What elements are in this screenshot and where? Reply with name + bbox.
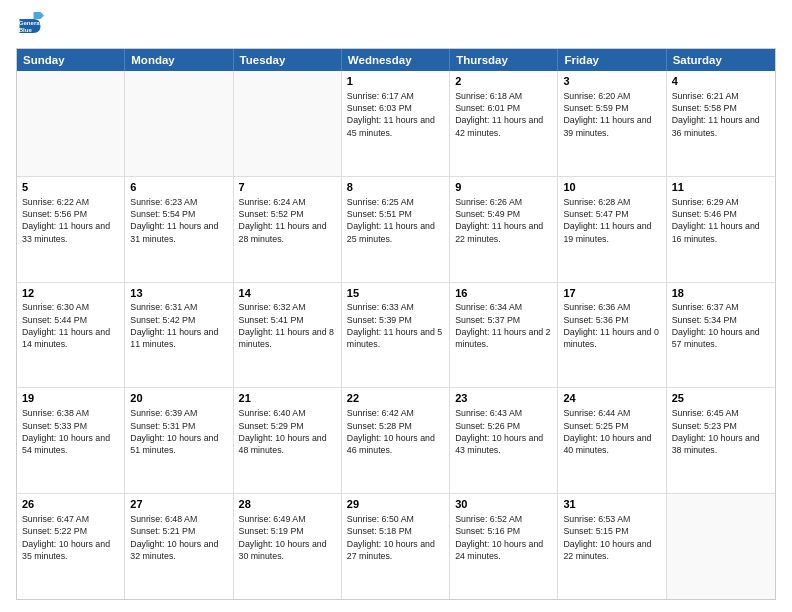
day-number-6: 6	[130, 180, 227, 195]
calendar-body: 1Sunrise: 6:17 AM Sunset: 6:03 PM Daylig…	[17, 71, 775, 599]
cell-text-9: Sunrise: 6:26 AM Sunset: 5:49 PM Dayligh…	[455, 196, 552, 245]
cell-text-2: Sunrise: 6:18 AM Sunset: 6:01 PM Dayligh…	[455, 90, 552, 139]
calendar-row-4: 26Sunrise: 6:47 AM Sunset: 5:22 PM Dayli…	[17, 494, 775, 599]
calendar-cell-7: 7Sunrise: 6:24 AM Sunset: 5:52 PM Daylig…	[234, 177, 342, 282]
day-number-30: 30	[455, 497, 552, 512]
calendar-cell-30: 30Sunrise: 6:52 AM Sunset: 5:16 PM Dayli…	[450, 494, 558, 599]
day-number-3: 3	[563, 74, 660, 89]
cell-text-25: Sunrise: 6:45 AM Sunset: 5:23 PM Dayligh…	[672, 407, 770, 456]
calendar-cell-9: 9Sunrise: 6:26 AM Sunset: 5:49 PM Daylig…	[450, 177, 558, 282]
cell-text-27: Sunrise: 6:48 AM Sunset: 5:21 PM Dayligh…	[130, 513, 227, 562]
calendar-cell-10: 10Sunrise: 6:28 AM Sunset: 5:47 PM Dayli…	[558, 177, 666, 282]
day-number-26: 26	[22, 497, 119, 512]
calendar-cell-23: 23Sunrise: 6:43 AM Sunset: 5:26 PM Dayli…	[450, 388, 558, 493]
calendar-cell-22: 22Sunrise: 6:42 AM Sunset: 5:28 PM Dayli…	[342, 388, 450, 493]
day-number-1: 1	[347, 74, 444, 89]
header-sunday: Sunday	[17, 49, 125, 71]
day-number-27: 27	[130, 497, 227, 512]
empty-cell-4-6	[667, 494, 775, 599]
calendar-cell-1: 1Sunrise: 6:17 AM Sunset: 6:03 PM Daylig…	[342, 71, 450, 176]
calendar-cell-27: 27Sunrise: 6:48 AM Sunset: 5:21 PM Dayli…	[125, 494, 233, 599]
cell-text-13: Sunrise: 6:31 AM Sunset: 5:42 PM Dayligh…	[130, 301, 227, 350]
day-number-21: 21	[239, 391, 336, 406]
calendar-cell-16: 16Sunrise: 6:34 AM Sunset: 5:37 PM Dayli…	[450, 283, 558, 388]
day-number-12: 12	[22, 286, 119, 301]
cell-text-5: Sunrise: 6:22 AM Sunset: 5:56 PM Dayligh…	[22, 196, 119, 245]
day-number-24: 24	[563, 391, 660, 406]
cell-text-7: Sunrise: 6:24 AM Sunset: 5:52 PM Dayligh…	[239, 196, 336, 245]
calendar-cell-12: 12Sunrise: 6:30 AM Sunset: 5:44 PM Dayli…	[17, 283, 125, 388]
svg-text:General: General	[19, 19, 42, 26]
day-number-15: 15	[347, 286, 444, 301]
calendar-row-2: 12Sunrise: 6:30 AM Sunset: 5:44 PM Dayli…	[17, 283, 775, 389]
cell-text-21: Sunrise: 6:40 AM Sunset: 5:29 PM Dayligh…	[239, 407, 336, 456]
day-number-18: 18	[672, 286, 770, 301]
cell-text-26: Sunrise: 6:47 AM Sunset: 5:22 PM Dayligh…	[22, 513, 119, 562]
calendar-cell-25: 25Sunrise: 6:45 AM Sunset: 5:23 PM Dayli…	[667, 388, 775, 493]
calendar-cell-6: 6Sunrise: 6:23 AM Sunset: 5:54 PM Daylig…	[125, 177, 233, 282]
header-tuesday: Tuesday	[234, 49, 342, 71]
header-thursday: Thursday	[450, 49, 558, 71]
calendar-cell-26: 26Sunrise: 6:47 AM Sunset: 5:22 PM Dayli…	[17, 494, 125, 599]
calendar-cell-31: 31Sunrise: 6:53 AM Sunset: 5:15 PM Dayli…	[558, 494, 666, 599]
cell-text-23: Sunrise: 6:43 AM Sunset: 5:26 PM Dayligh…	[455, 407, 552, 456]
day-number-22: 22	[347, 391, 444, 406]
cell-text-29: Sunrise: 6:50 AM Sunset: 5:18 PM Dayligh…	[347, 513, 444, 562]
calendar-cell-19: 19Sunrise: 6:38 AM Sunset: 5:33 PM Dayli…	[17, 388, 125, 493]
calendar-cell-21: 21Sunrise: 6:40 AM Sunset: 5:29 PM Dayli…	[234, 388, 342, 493]
day-number-9: 9	[455, 180, 552, 195]
calendar-row-1: 5Sunrise: 6:22 AM Sunset: 5:56 PM Daylig…	[17, 177, 775, 283]
day-number-16: 16	[455, 286, 552, 301]
calendar-cell-3: 3Sunrise: 6:20 AM Sunset: 5:59 PM Daylig…	[558, 71, 666, 176]
calendar-cell-2: 2Sunrise: 6:18 AM Sunset: 6:01 PM Daylig…	[450, 71, 558, 176]
calendar-cell-24: 24Sunrise: 6:44 AM Sunset: 5:25 PM Dayli…	[558, 388, 666, 493]
cell-text-18: Sunrise: 6:37 AM Sunset: 5:34 PM Dayligh…	[672, 301, 770, 350]
day-number-20: 20	[130, 391, 227, 406]
day-number-10: 10	[563, 180, 660, 195]
cell-text-28: Sunrise: 6:49 AM Sunset: 5:19 PM Dayligh…	[239, 513, 336, 562]
cell-text-4: Sunrise: 6:21 AM Sunset: 5:58 PM Dayligh…	[672, 90, 770, 139]
cell-text-22: Sunrise: 6:42 AM Sunset: 5:28 PM Dayligh…	[347, 407, 444, 456]
cell-text-12: Sunrise: 6:30 AM Sunset: 5:44 PM Dayligh…	[22, 301, 119, 350]
day-number-5: 5	[22, 180, 119, 195]
empty-cell-0-0	[17, 71, 125, 176]
cell-text-8: Sunrise: 6:25 AM Sunset: 5:51 PM Dayligh…	[347, 196, 444, 245]
day-number-28: 28	[239, 497, 336, 512]
cell-text-31: Sunrise: 6:53 AM Sunset: 5:15 PM Dayligh…	[563, 513, 660, 562]
cell-text-3: Sunrise: 6:20 AM Sunset: 5:59 PM Dayligh…	[563, 90, 660, 139]
cell-text-15: Sunrise: 6:33 AM Sunset: 5:39 PM Dayligh…	[347, 301, 444, 350]
cell-text-11: Sunrise: 6:29 AM Sunset: 5:46 PM Dayligh…	[672, 196, 770, 245]
day-number-17: 17	[563, 286, 660, 301]
cell-text-20: Sunrise: 6:39 AM Sunset: 5:31 PM Dayligh…	[130, 407, 227, 456]
day-number-11: 11	[672, 180, 770, 195]
calendar-header: Sunday Monday Tuesday Wednesday Thursday…	[17, 49, 775, 71]
day-number-13: 13	[130, 286, 227, 301]
cell-text-19: Sunrise: 6:38 AM Sunset: 5:33 PM Dayligh…	[22, 407, 119, 456]
empty-cell-0-2	[234, 71, 342, 176]
calendar: Sunday Monday Tuesday Wednesday Thursday…	[16, 48, 776, 600]
calendar-row-3: 19Sunrise: 6:38 AM Sunset: 5:33 PM Dayli…	[17, 388, 775, 494]
day-number-25: 25	[672, 391, 770, 406]
cell-text-6: Sunrise: 6:23 AM Sunset: 5:54 PM Dayligh…	[130, 196, 227, 245]
day-number-23: 23	[455, 391, 552, 406]
calendar-row-0: 1Sunrise: 6:17 AM Sunset: 6:03 PM Daylig…	[17, 71, 775, 177]
header-friday: Friday	[558, 49, 666, 71]
calendar-cell-17: 17Sunrise: 6:36 AM Sunset: 5:36 PM Dayli…	[558, 283, 666, 388]
svg-text:Blue: Blue	[19, 26, 33, 33]
cell-text-24: Sunrise: 6:44 AM Sunset: 5:25 PM Dayligh…	[563, 407, 660, 456]
day-number-8: 8	[347, 180, 444, 195]
calendar-cell-18: 18Sunrise: 6:37 AM Sunset: 5:34 PM Dayli…	[667, 283, 775, 388]
day-number-19: 19	[22, 391, 119, 406]
cell-text-1: Sunrise: 6:17 AM Sunset: 6:03 PM Dayligh…	[347, 90, 444, 139]
cell-text-16: Sunrise: 6:34 AM Sunset: 5:37 PM Dayligh…	[455, 301, 552, 350]
calendar-cell-13: 13Sunrise: 6:31 AM Sunset: 5:42 PM Dayli…	[125, 283, 233, 388]
day-number-7: 7	[239, 180, 336, 195]
cell-text-14: Sunrise: 6:32 AM Sunset: 5:41 PM Dayligh…	[239, 301, 336, 350]
cell-text-30: Sunrise: 6:52 AM Sunset: 5:16 PM Dayligh…	[455, 513, 552, 562]
cell-text-10: Sunrise: 6:28 AM Sunset: 5:47 PM Dayligh…	[563, 196, 660, 245]
calendar-cell-14: 14Sunrise: 6:32 AM Sunset: 5:41 PM Dayli…	[234, 283, 342, 388]
calendar-cell-4: 4Sunrise: 6:21 AM Sunset: 5:58 PM Daylig…	[667, 71, 775, 176]
day-number-31: 31	[563, 497, 660, 512]
day-number-4: 4	[672, 74, 770, 89]
calendar-cell-15: 15Sunrise: 6:33 AM Sunset: 5:39 PM Dayli…	[342, 283, 450, 388]
